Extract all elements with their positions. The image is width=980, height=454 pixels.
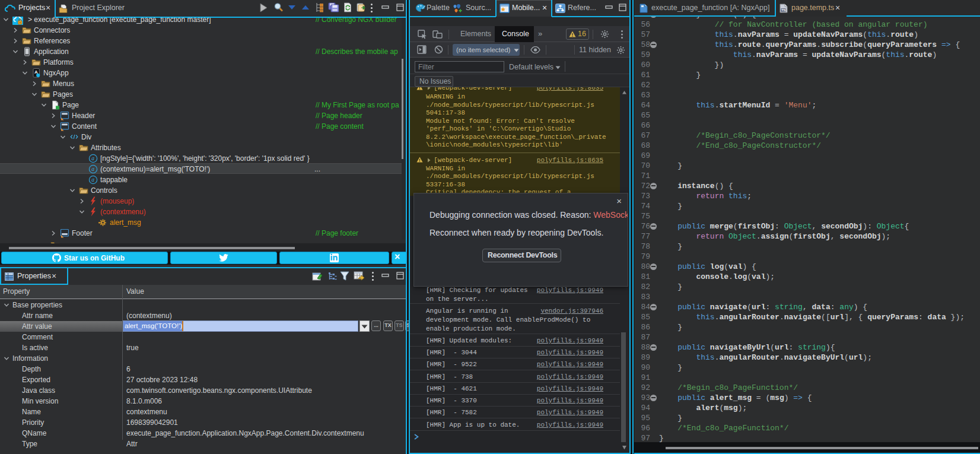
svg-text:a: a bbox=[91, 155, 94, 161]
svg-text:TS: TS bbox=[781, 8, 785, 12]
svg-text:a: a bbox=[91, 166, 94, 172]
svg-text:a: a bbox=[91, 177, 94, 183]
